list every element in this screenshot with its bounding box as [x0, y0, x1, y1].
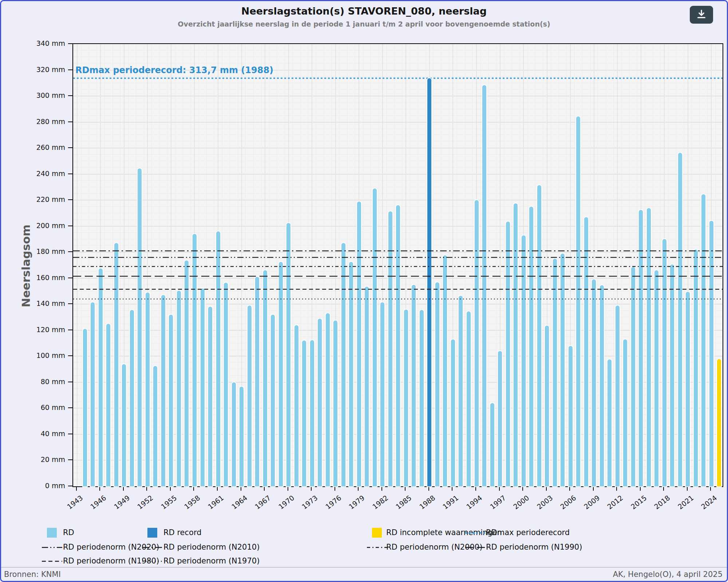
- x-tick: [428, 487, 429, 491]
- legend-swatch-dash: [42, 556, 62, 566]
- x-tick: [640, 487, 641, 491]
- y-tick-label: 280 mm: [21, 117, 65, 125]
- x-tick: [616, 487, 617, 491]
- y-tick-label: 40 mm: [21, 430, 65, 438]
- x-tick-label-1976: 1976: [324, 494, 343, 511]
- y-tick: [68, 251, 72, 252]
- y-tick-label: 340 mm: [21, 39, 65, 47]
- legend-swatch-dashdotfine: [367, 542, 387, 552]
- y-axis-label: Neerslagsom: [19, 219, 32, 313]
- y-tick: [68, 303, 72, 304]
- y-tick-label: 140 mm: [21, 299, 65, 307]
- y-tick: [68, 486, 72, 486]
- x-tick-label-1967: 1967: [253, 494, 272, 511]
- y-tick: [68, 226, 72, 226]
- y-tick-label: 100 mm: [21, 351, 65, 359]
- footer-credit: AK, Hengelo(O), 4 april 2025: [613, 570, 723, 579]
- x-tick-label-1961: 1961: [206, 494, 225, 511]
- x-tick: [217, 487, 218, 491]
- y-tick-label: 320 mm: [21, 65, 65, 73]
- y-tick: [68, 382, 72, 382]
- x-tick: [499, 487, 500, 491]
- y-tick: [68, 69, 72, 70]
- x-tick: [687, 487, 688, 491]
- y-tick-label: 60 mm: [21, 403, 65, 411]
- y-tick: [68, 434, 72, 434]
- y-tick: [68, 95, 72, 96]
- y-tick-label: 200 mm: [21, 222, 65, 230]
- x-tick-label-1943: 1943: [66, 494, 84, 511]
- y-tick: [68, 330, 72, 330]
- legend-swatch-square-incomplete: [372, 528, 382, 538]
- legend-swatch-square-rd: [47, 528, 57, 538]
- x-tick: [475, 487, 476, 491]
- x-tick-label-2015: 2015: [629, 494, 648, 511]
- legend-label: RD periodenorm (N1970): [163, 557, 260, 565]
- y-tick: [68, 355, 72, 356]
- x-tick-label-1970: 1970: [277, 494, 296, 511]
- footer-divider: [1, 567, 727, 567]
- y-tick-label: 120 mm: [21, 326, 65, 334]
- x-tick-label-2024: 2024: [700, 494, 719, 511]
- x-tick: [710, 487, 711, 491]
- x-tick: [99, 487, 100, 491]
- y-tick: [68, 459, 72, 460]
- legend-label: RD record: [163, 528, 202, 537]
- legend-swatch-longdash: [465, 542, 486, 552]
- x-tick: [76, 487, 77, 491]
- x-tick-label-1964: 1964: [230, 494, 249, 511]
- y-tick: [68, 121, 72, 122]
- x-tick: [123, 487, 124, 491]
- x-tick: [335, 487, 335, 491]
- x-tick-label-1973: 1973: [300, 494, 319, 511]
- y-tick: [68, 199, 72, 200]
- y-tick-label: 220 mm: [21, 195, 65, 203]
- x-tick-label-2018: 2018: [653, 494, 672, 511]
- legend-label: RD periodenorm (N2010): [163, 543, 260, 551]
- x-tick: [452, 487, 452, 491]
- x-tick-label-2006: 2006: [559, 494, 578, 511]
- x-tick: [569, 487, 570, 491]
- footer-sources: Bronnen: KNMI: [4, 570, 61, 579]
- y-tick: [68, 147, 72, 148]
- legend-swatch-dashdotdot: [42, 542, 62, 552]
- download-button[interactable]: [690, 6, 713, 24]
- x-tick: [546, 487, 547, 491]
- x-tick: [522, 487, 523, 491]
- y-tick-label: 0 mm: [21, 482, 65, 490]
- x-tick: [358, 487, 359, 491]
- x-tick: [288, 487, 288, 491]
- x-tick-label-1952: 1952: [136, 494, 155, 511]
- x-tick-label-1994: 1994: [465, 494, 484, 511]
- y-tick-label: 80 mm: [21, 378, 65, 386]
- x-tick-label-1982: 1982: [371, 494, 390, 511]
- y-tick-label: 20 mm: [21, 455, 65, 463]
- x-tick: [193, 487, 194, 491]
- x-tick-label-2003: 2003: [535, 494, 554, 511]
- y-tick-label: 240 mm: [21, 170, 65, 178]
- norm-lines: [73, 44, 723, 486]
- x-tick-label-2009: 2009: [582, 494, 601, 511]
- x-tick-label-1985: 1985: [394, 494, 413, 511]
- x-tick: [170, 487, 171, 491]
- y-tick-label: 160 mm: [21, 274, 65, 282]
- x-tick: [405, 487, 405, 491]
- x-tick: [311, 487, 312, 491]
- y-tick-label: 300 mm: [21, 91, 65, 99]
- x-tick-label-1979: 1979: [347, 494, 366, 511]
- x-tick-label-1991: 1991: [441, 494, 460, 511]
- legend-swatch-bluedot: [465, 528, 486, 538]
- y-tick-label: 180 mm: [21, 247, 65, 255]
- x-tick: [593, 487, 594, 491]
- x-tick-label-1946: 1946: [89, 494, 108, 511]
- x-tick-label-1949: 1949: [112, 494, 131, 511]
- legend-swatch-dot: [142, 556, 163, 566]
- x-tick: [146, 487, 147, 491]
- x-tick-label-1988: 1988: [418, 494, 437, 511]
- legend-label: RDmax perioderecord: [486, 528, 570, 537]
- download-icon: [696, 9, 707, 21]
- y-tick: [68, 407, 72, 408]
- x-tick-label-2012: 2012: [606, 494, 625, 511]
- x-tick: [663, 487, 664, 491]
- x-tick: [241, 487, 241, 491]
